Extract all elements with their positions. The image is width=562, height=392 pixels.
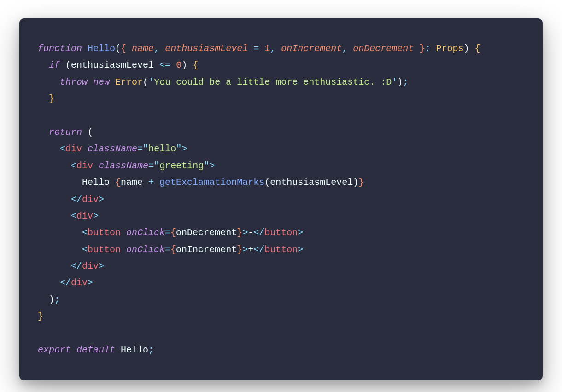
paren-close: ): [463, 43, 469, 54]
identifier: enthusiasmLevel: [270, 177, 353, 188]
jsx-angle: <: [82, 227, 88, 238]
string-quote: ": [176, 144, 181, 154]
code-block: function Hello({ name, enthusiasmLevel =…: [38, 40, 524, 358]
keyword-throw: throw: [60, 77, 88, 87]
paren-close: ): [397, 77, 403, 87]
jsx-angle: >: [88, 277, 93, 288]
jsx-expr-close: }: [237, 227, 242, 238]
jsx-angle: </: [71, 194, 82, 205]
jsx-tag-div: div: [82, 194, 99, 205]
string-hello: hello: [148, 144, 176, 154]
block-close: }: [49, 93, 54, 104]
jsx-angle: >: [209, 161, 215, 171]
jsx-text-hello: Hello: [82, 177, 115, 188]
keyword-default: default: [76, 345, 115, 355]
string-quote: ': [148, 77, 154, 87]
jsx-tag-div: div: [82, 261, 99, 271]
keyword-new: new: [93, 77, 110, 87]
paren-open: (: [143, 77, 148, 87]
semicolon: ;: [54, 294, 60, 305]
jsx-tag-div: div: [65, 144, 82, 154]
jsx-expr-close: }: [237, 244, 242, 255]
jsx-angle: >: [298, 227, 303, 238]
jsx-angle: >: [242, 227, 248, 238]
jsx-tag-div: div: [76, 211, 93, 221]
default-value: 1: [264, 43, 270, 54]
param-onincrement: onIncrement: [281, 43, 342, 54]
identifier: enthusiasmLevel: [71, 60, 154, 70]
jsx-angle: </: [71, 261, 82, 271]
jsx-angle: >: [242, 244, 248, 255]
function-call: getExclamationMarks: [159, 177, 264, 188]
string-greeting: greeting: [159, 161, 204, 171]
operator-lte: <=: [159, 60, 170, 70]
jsx-angle: >: [99, 261, 104, 271]
param-ondecrement: onDecrement: [353, 43, 414, 54]
jsx-expr-open: {: [170, 227, 176, 238]
keyword-export: export: [38, 345, 71, 355]
identifier: onDecrement: [176, 227, 237, 238]
jsx-angle: >: [298, 244, 303, 255]
jsx-angle: <: [71, 161, 76, 171]
identifier: onIncrement: [176, 244, 237, 255]
jsx-attr-onclick: onClick: [126, 244, 165, 255]
keyword-if: if: [49, 60, 60, 70]
function-name: Hello: [88, 43, 115, 54]
paren-open: (: [264, 177, 270, 188]
jsx-angle: </: [253, 244, 264, 255]
type-props: Props: [436, 43, 463, 54]
jsx-tag-div: div: [71, 277, 88, 288]
comma: ,: [154, 43, 159, 54]
paren-open: (: [88, 127, 93, 138]
jsx-angle: <: [82, 244, 88, 255]
block-open: {: [193, 60, 198, 70]
jsx-angle: </: [60, 277, 71, 288]
jsx-expr-close: }: [358, 177, 364, 188]
param-name: name: [132, 43, 154, 54]
semicolon: ;: [403, 77, 408, 87]
jsx-text-minus: -: [248, 227, 253, 238]
keyword-function: function: [38, 43, 82, 54]
export-identifier: Hello: [121, 345, 148, 355]
jsx-tag-button: button: [88, 227, 121, 238]
equals: =: [253, 43, 259, 54]
jsx-angle: <: [60, 144, 65, 154]
class-error: Error: [115, 77, 143, 87]
jsx-expr-open: {: [115, 177, 121, 188]
jsx-angle: <: [71, 211, 76, 221]
string-quote: ": [204, 161, 209, 171]
comma: ,: [270, 43, 275, 54]
paren-open: (: [115, 43, 121, 54]
jsx-attr-classname: className: [99, 161, 148, 171]
jsx-angle: >: [93, 211, 99, 221]
destructure-open: {: [121, 43, 126, 54]
jsx-equals: =: [137, 144, 143, 154]
identifier-name: name: [121, 177, 143, 188]
type-colon: :: [425, 43, 430, 54]
paren-open: (: [65, 60, 71, 70]
semicolon: ;: [148, 345, 154, 355]
number-zero: 0: [176, 60, 181, 70]
jsx-tag-div: div: [76, 161, 93, 171]
string-message: You could be a little more enthusiastic.…: [154, 77, 392, 87]
comma: ,: [342, 43, 347, 54]
body-close: }: [38, 311, 43, 322]
code-snippet-card: function Hello({ name, enthusiasmLevel =…: [19, 18, 543, 380]
jsx-attr-classname: className: [88, 144, 137, 154]
jsx-equals: =: [148, 161, 154, 171]
paren-close: ): [353, 177, 358, 188]
jsx-expr-open: {: [170, 244, 176, 255]
jsx-angle: </: [253, 227, 264, 238]
jsx-angle: >: [181, 144, 187, 154]
destructure-close: }: [419, 43, 425, 54]
jsx-tag-button: button: [264, 227, 298, 238]
jsx-tag-button: button: [88, 244, 121, 255]
string-quote: ": [143, 144, 148, 154]
paren-close: ): [49, 294, 54, 305]
jsx-equals: =: [165, 227, 170, 238]
operator-plus: +: [148, 177, 154, 188]
param-enthusiasm: enthusiasmLevel: [165, 43, 248, 54]
paren-close: ): [181, 60, 187, 70]
jsx-attr-onclick: onClick: [126, 227, 165, 238]
keyword-return: return: [49, 127, 82, 138]
